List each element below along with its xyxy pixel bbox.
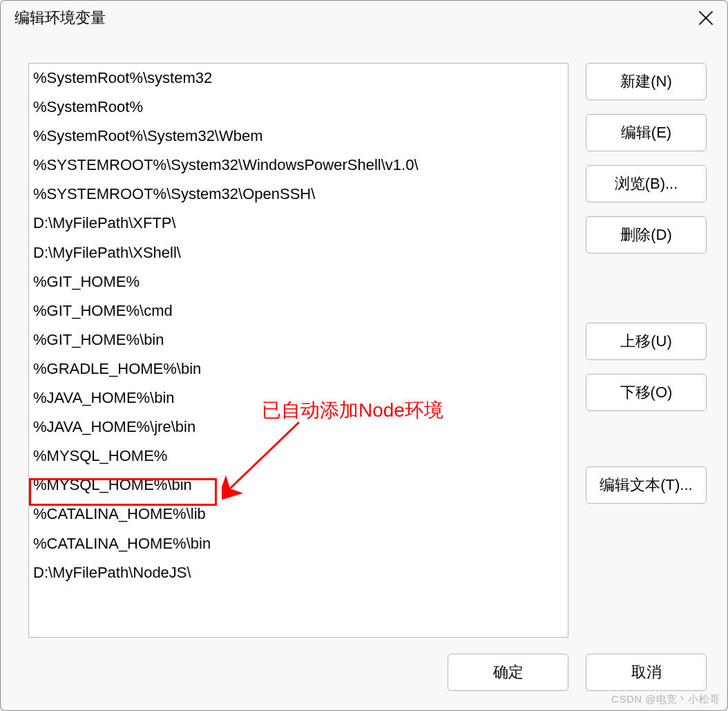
cancel-button[interactable]: 取消 — [586, 654, 707, 691]
list-item[interactable]: %MYSQL_HOME% — [29, 442, 568, 471]
watermark-text: CSDN @电竞丶小松哥 — [611, 693, 720, 706]
list-item[interactable]: %SystemRoot% — [29, 93, 568, 122]
list-item[interactable]: D:\MyFilePath\XFTP\ — [29, 209, 568, 238]
list-item[interactable]: %GIT_HOME%\cmd — [29, 296, 568, 325]
list-item[interactable]: %SYSTEMROOT%\System32\WindowsPowerShell\… — [29, 151, 568, 180]
edit-button[interactable]: 编辑(E) — [586, 114, 707, 151]
list-item[interactable]: %SYSTEMROOT%\System32\OpenSSH\ — [29, 180, 568, 209]
list-item[interactable]: D:\MyFilePath\NodeJS\ — [29, 558, 568, 587]
move-down-button[interactable]: 下移(O) — [586, 374, 707, 411]
spacer — [586, 425, 707, 453]
list-item[interactable]: %CATALINA_HOME%\bin — [29, 529, 568, 558]
browse-button[interactable]: 浏览(B)... — [586, 165, 707, 202]
new-button[interactable]: 新建(N) — [586, 63, 707, 100]
list-item[interactable]: %SystemRoot%\system32 — [29, 64, 568, 93]
ok-button[interactable]: 确定 — [448, 654, 568, 691]
env-var-dialog: 编辑环境变量 %SystemRoot%\system32 %SystemRoot… — [0, 0, 728, 711]
titlebar: 编辑环境变量 — [1, 1, 727, 35]
delete-button[interactable]: 删除(D) — [586, 216, 707, 254]
spacer — [586, 267, 707, 309]
path-listbox[interactable]: %SystemRoot%\system32 %SystemRoot% %Syst… — [28, 63, 568, 638]
edit-text-button[interactable]: 编辑文本(T)... — [586, 466, 707, 504]
list-item[interactable]: %SystemRoot%\System32\Wbem — [29, 122, 568, 151]
buttons-panel: 新建(N) 编辑(E) 浏览(B)... 删除(D) 上移(U) 下移(O) 编… — [586, 63, 707, 638]
list-item[interactable]: D:\MyFilePath\XShell\ — [29, 238, 568, 267]
list-item[interactable]: %GIT_HOME%\bin — [29, 325, 568, 354]
list-item[interactable]: %JAVA_HOME%\bin — [29, 383, 568, 413]
close-icon[interactable] — [698, 10, 713, 26]
list-item[interactable]: %GIT_HOME% — [29, 267, 568, 296]
list-item[interactable]: %GRADLE_HOME%\bin — [29, 354, 568, 383]
list-item[interactable]: %MYSQL_HOME%\bin — [29, 471, 568, 500]
list-item[interactable]: %JAVA_HOME%\jre\bin — [29, 413, 568, 442]
move-up-button[interactable]: 上移(U) — [586, 323, 707, 360]
list-item[interactable]: %CATALINA_HOME%\lib — [29, 500, 568, 529]
dialog-body: %SystemRoot%\system32 %SystemRoot% %Syst… — [1, 35, 727, 645]
dialog-title: 编辑环境变量 — [15, 8, 106, 28]
